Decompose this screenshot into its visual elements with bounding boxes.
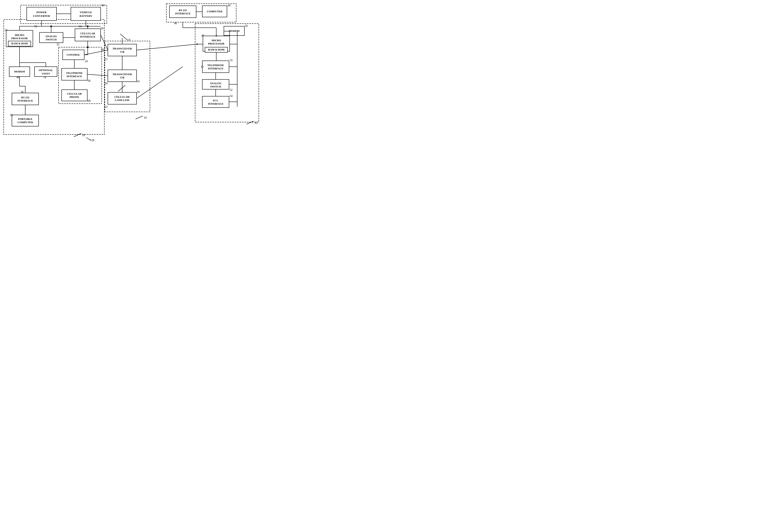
num-16: 16 [137,80,140,83]
as-right-label1: ANALOG [210,82,221,85]
cellular-phone-label2: PHONE [70,95,79,98]
fcc-label1: FCC [213,99,219,102]
num-44: 44 [228,4,230,7]
transceiver-top-label1: TRANSCEIVER [112,47,132,50]
num-68: 68 [88,99,91,102]
line-tr-right-mp [137,44,197,50]
tel-int-right-label2: INTERFACE [208,67,224,70]
analog-switch-left-label1: ANALOG [45,35,57,38]
num-20: 20 [137,91,140,94]
num-14: 14 [127,38,130,41]
transceiver-bottom-label1: TRANSCEIVER [112,73,132,76]
arrow-28 [74,134,81,137]
num-74: 74 [43,76,46,79]
num-38: 38 [20,91,23,94]
junction-dot-rs232-mp [216,35,217,36]
rs232-right-label2: INTERFACE [175,12,190,15]
ram-rom-right-label: RAM & ROM [208,48,225,51]
control-label: CONTROL [67,53,80,56]
power-converter-box [27,7,57,20]
mp-right-label1: MICRO [212,39,221,42]
vehicle-battery-label1: VEHICLE [80,11,92,14]
antenna-bot-diag [118,85,125,91]
num-28: 28 [91,139,94,142]
mp-right-label2: PROCESSOR [208,42,225,45]
num-52: 52 [230,88,233,92]
transceiver-bottom-label2: T/R [120,76,125,79]
modem-right-label: MODEM [229,29,240,32]
num-40: 40 [16,76,19,79]
num-22: 22 [105,105,107,108]
fcc-label2: INTERFACE [208,102,224,105]
num-24: 24 [85,60,88,63]
num-50: 50 [245,24,248,27]
mp-left-label2: PROCESSOR [11,37,28,40]
label-28: 28 [82,134,85,137]
tel-int-right-label1: TELEPHONE [208,64,224,67]
label-10: 10 [144,116,147,119]
cellular-interface-label1: CELLULAR [80,32,95,35]
junction-dot3 [87,47,88,48]
arrow-42 [246,121,254,124]
num-30: 30 [101,27,103,30]
optional-units-label1: OPTIONAL [38,69,53,72]
num-54: 54 [230,94,233,97]
rs232-right-label1: RS 232 [179,9,187,12]
num-32: 32 [57,43,59,46]
antenna-top-diag [120,34,127,40]
as-right-label2: SWITCH [210,85,221,88]
arrow-10 [136,116,143,119]
portable-computer-label2: COMPUTER [17,121,33,124]
num-18: 18 [105,82,107,85]
num-34: 34 [4,28,7,31]
num-66: 66 [88,79,91,82]
power-converter-label2: CONVERTER [33,14,50,17]
power-converter-label1: POWER [36,11,47,14]
num-12: 12 [105,58,107,61]
cellular-phone-label1: CELLULAR [67,92,82,95]
computer-right-label: COMPUTER [207,10,222,13]
line-cl-right [137,67,183,98]
cellular-landline-label2: LAND LINE [115,98,130,102]
cellular-interface-label2: INTERFACE [80,35,95,38]
num-70: 70 [230,59,233,62]
vehicle-battery-label2: BATTERY [79,14,92,17]
cellular-landline-label1: CELLULAR/ [114,95,130,98]
analog-switch-left-label2: SWITCH [46,38,57,41]
telephone-interface-label1: TELEPHONE [66,71,83,75]
num-46: 46 [174,22,177,25]
rs232-left-label2: INTERFACE [17,99,33,102]
junction-dot2 [87,25,88,27]
transceiver-top-label2: T/R [120,50,125,53]
portable-computer-label1: PORTABLE [18,117,32,120]
num-60: 60 [101,4,104,7]
num-36: 36 [10,113,13,116]
ram-rom-left-label: RAM & ROM [11,42,28,45]
modem-left-label: MODEM [14,70,25,73]
junction-dot1 [50,25,52,27]
telephone-interface-label2: INTERFACE [67,75,82,78]
num-26: 26 [101,48,104,51]
rs232-left-label1: RS 232 [21,96,29,99]
mp-left-label1: MICRO [15,33,24,36]
label-42: 42 [255,121,257,124]
optional-units-label2: UNITS [42,72,50,75]
vehicle-battery-box [71,7,101,20]
connector-tel-right [202,66,203,68]
